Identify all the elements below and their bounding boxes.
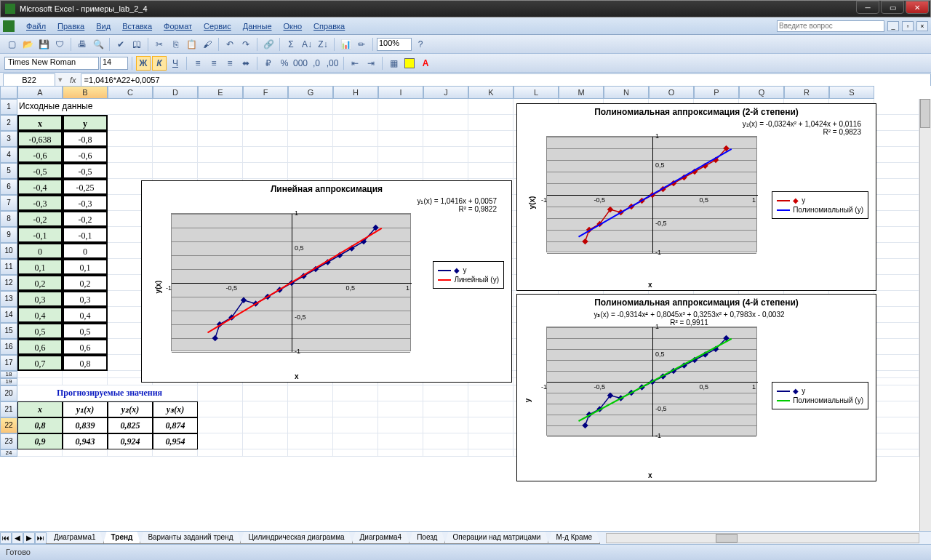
col-G[interactable]: G — [288, 86, 333, 99]
horizontal-scrollbar[interactable] — [606, 533, 919, 543]
fill-color-icon[interactable] — [402, 56, 417, 71]
col-N[interactable]: N — [604, 86, 649, 99]
col-I[interactable]: I — [378, 86, 423, 99]
sheet-tab[interactable]: Поезд — [409, 532, 445, 544]
chart-poly4[interactable]: Полиномиальная аппроксимация (4-й степен… — [516, 294, 876, 481]
doc-close-button[interactable]: × — [916, 21, 928, 31]
sheet-tab[interactable]: Тренд — [103, 532, 141, 544]
sheet-tab[interactable]: Варианты заданий тренд — [140, 532, 241, 544]
tab-last-icon[interactable]: ⏭ — [35, 532, 47, 544]
minimize-button[interactable]: ─ — [856, 1, 879, 14]
align-center-icon[interactable]: ≡ — [207, 56, 221, 71]
col-L[interactable]: L — [514, 86, 559, 99]
tab-prev-icon[interactable]: ◀ — [12, 532, 23, 544]
dec-indent-icon[interactable]: ⇤ — [348, 56, 362, 71]
spell-icon[interactable]: ✔ — [113, 37, 128, 52]
research-icon[interactable]: 🕮 — [129, 37, 144, 52]
paste-icon[interactable]: 📋 — [184, 37, 199, 52]
currency-icon[interactable]: ₽ — [261, 56, 276, 71]
sort-asc-icon[interactable]: A↓ — [300, 37, 314, 52]
menu-edit[interactable]: Правка — [52, 22, 90, 31]
font-color-icon[interactable]: A — [418, 56, 433, 71]
sheet-tab[interactable]: Диаграмма4 — [352, 532, 410, 544]
font-size-select[interactable]: 14 — [100, 57, 128, 70]
close-button[interactable]: ✕ — [906, 1, 929, 14]
new-icon[interactable]: ▢ — [4, 37, 19, 52]
inc-indent-icon[interactable]: ⇥ — [364, 56, 378, 71]
sheet-tab[interactable]: Операции над матрицами — [444, 532, 548, 544]
column-headers[interactable]: A B C D E F G H I J K L M N O P Q R S — [0, 86, 931, 99]
col-P[interactable]: P — [694, 86, 739, 99]
col-M[interactable]: M — [559, 86, 604, 99]
comma-icon[interactable]: 000 — [293, 56, 308, 71]
col-K[interactable]: K — [468, 86, 514, 99]
sheet-tab[interactable]: Цилиндрическая диаграмма — [240, 532, 352, 544]
col-H[interactable]: H — [333, 86, 378, 99]
worksheet-grid[interactable]: A B C D E F G H I J K L M N O P Q R S 1И… — [0, 86, 931, 544]
chart-icon[interactable]: 📊 — [338, 37, 353, 52]
menu-view[interactable]: Вид — [90, 22, 116, 31]
percent-icon[interactable]: % — [277, 56, 292, 71]
borders-icon[interactable]: ▦ — [386, 56, 401, 71]
col-Q[interactable]: Q — [739, 86, 784, 99]
undo-icon[interactable]: ↶ — [223, 37, 237, 52]
select-all-corner[interactable] — [0, 86, 17, 99]
app-menu-icon[interactable] — [3, 20, 15, 32]
inc-decimal-icon[interactable]: ,0 — [309, 56, 324, 71]
menu-window[interactable]: Окно — [278, 22, 308, 31]
doc-restore-button[interactable]: ▫ — [902, 21, 914, 31]
maximize-button[interactable]: ▭ — [881, 1, 904, 14]
col-A[interactable]: A — [17, 86, 63, 99]
col-R[interactable]: R — [784, 86, 829, 99]
col-D[interactable]: D — [153, 86, 198, 99]
col-O[interactable]: O — [649, 86, 694, 99]
menu-help[interactable]: Справка — [308, 22, 351, 31]
sheet-tab[interactable]: М-д Краме — [548, 532, 600, 544]
tab-first-icon[interactable]: ⏮ — [0, 532, 12, 544]
col-F[interactable]: F — [243, 86, 288, 99]
name-box[interactable]: B22 — [3, 73, 55, 87]
hyperlink-icon[interactable]: 🔗 — [261, 37, 276, 52]
sheet-tab[interactable]: Диаграмма1 — [46, 532, 104, 544]
col-E[interactable]: E — [198, 86, 243, 99]
permission-icon[interactable]: 🛡 — [52, 37, 67, 52]
menu-format[interactable]: Формат — [158, 22, 198, 31]
fx-icon[interactable]: fx — [65, 76, 81, 84]
col-J[interactable]: J — [423, 86, 468, 99]
open-icon[interactable]: 📂 — [20, 37, 35, 52]
format-painter-icon[interactable]: 🖌 — [200, 37, 215, 52]
preview-icon[interactable]: 🔍 — [91, 37, 105, 52]
italic-button[interactable]: К — [152, 56, 167, 71]
align-left-icon[interactable]: ≡ — [191, 56, 205, 71]
chart-poly2[interactable]: Полиномиальная аппроксимация (2-й степен… — [516, 103, 876, 291]
autosum-icon[interactable]: Σ — [284, 37, 298, 52]
menu-data[interactable]: Данные — [237, 22, 278, 31]
tab-next-icon[interactable]: ▶ — [23, 532, 35, 544]
bold-button[interactable]: Ж — [136, 56, 151, 71]
sort-desc-icon[interactable]: Z↓ — [316, 37, 330, 52]
merge-icon[interactable]: ⬌ — [239, 56, 253, 71]
ask-question-input[interactable] — [777, 20, 884, 32]
zoom-select[interactable]: 100% — [377, 38, 412, 51]
print-icon[interactable]: 🖶 — [75, 37, 89, 52]
vertical-scrollbar[interactable] — [919, 99, 931, 531]
menu-tools[interactable]: Сервис — [198, 22, 237, 31]
chart-linear[interactable]: Линейная аппроксимация y₁(x) = 1,0416x +… — [141, 180, 512, 383]
drawing-icon[interactable]: ✏ — [354, 37, 369, 52]
col-C[interactable]: C — [108, 86, 153, 99]
menu-file[interactable]: Файл — [20, 22, 52, 31]
dec-decimal-icon[interactable]: ,00 — [325, 56, 340, 71]
copy-icon[interactable]: ⎘ — [168, 37, 183, 52]
align-right-icon[interactable]: ≡ — [223, 56, 237, 71]
redo-icon[interactable]: ↷ — [239, 37, 253, 52]
doc-minimize-button[interactable]: _ — [887, 21, 899, 31]
cut-icon[interactable]: ✂ — [152, 37, 167, 52]
formula-input[interactable]: =1,0416*A22+0,0057 — [81, 73, 931, 87]
col-S[interactable]: S — [829, 86, 874, 99]
font-name-select[interactable]: Times New Roman — [4, 57, 99, 70]
col-B[interactable]: B — [63, 86, 108, 99]
save-icon[interactable]: 💾 — [36, 37, 51, 52]
underline-button[interactable]: Ч — [168, 56, 183, 71]
help-icon[interactable]: ? — [413, 37, 428, 52]
menu-insert[interactable]: Вставка — [116, 22, 158, 31]
